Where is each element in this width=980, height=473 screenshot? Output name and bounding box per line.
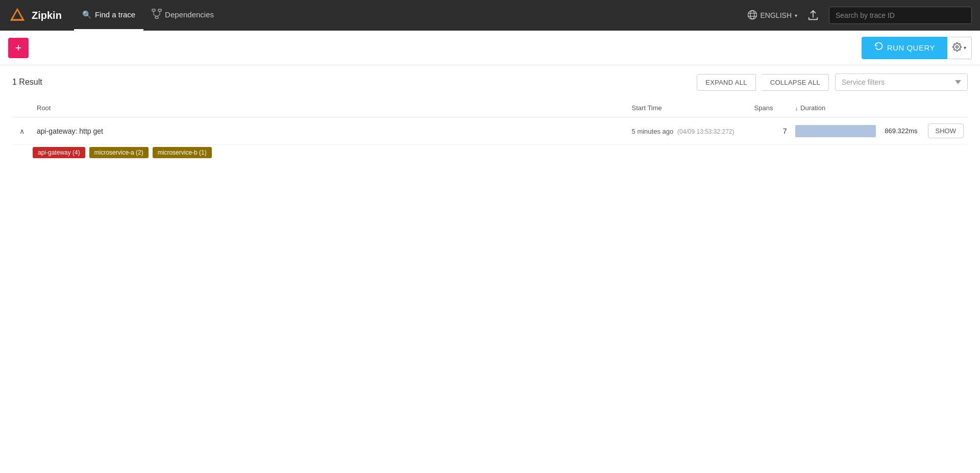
row-action: SHOW bbox=[924, 117, 968, 145]
tags-container: api-gateway (4)microservice-a (2)microse… bbox=[33, 147, 964, 158]
trace-table: Root Start Time Spans ↓ Duration ∧ api-g… bbox=[12, 99, 968, 164]
navbar: Zipkin 🔍 Find a trace Dependencies bbox=[0, 0, 980, 31]
upload-button[interactable] bbox=[805, 8, 821, 23]
duration-bar: 869.322ms bbox=[795, 125, 920, 137]
upload-icon bbox=[807, 10, 819, 21]
show-button[interactable]: SHOW bbox=[928, 123, 964, 138]
row-spans: 7 bbox=[750, 117, 791, 145]
service-tag-badge[interactable]: microservice-a (2) bbox=[89, 147, 149, 158]
language-label: ENGLISH bbox=[761, 11, 792, 19]
th-toggle bbox=[12, 99, 33, 117]
collapse-all-button[interactable]: COLLAPSE ALL bbox=[762, 74, 829, 91]
row-root: api-gateway: http get bbox=[33, 117, 628, 145]
chevron-down-icon: ▾ bbox=[795, 13, 797, 18]
nav-dependencies[interactable]: Dependencies bbox=[143, 0, 222, 31]
language-icon bbox=[747, 10, 757, 21]
trace-id-search-input[interactable] bbox=[829, 7, 972, 24]
brand-logo[interactable]: Zipkin bbox=[8, 6, 62, 24]
duration-bar-fill bbox=[795, 125, 876, 137]
nav-find-trace[interactable]: 🔍 Find a trace bbox=[74, 0, 143, 31]
search-icon: 🔍 bbox=[82, 10, 92, 19]
service-filter-select[interactable]: Service filters bbox=[835, 73, 968, 91]
gear-icon bbox=[952, 42, 962, 53]
svg-rect-3 bbox=[158, 9, 161, 11]
run-query-button[interactable]: RUN QUERY bbox=[862, 37, 947, 59]
add-filter-button[interactable]: + bbox=[8, 38, 29, 58]
svg-point-13 bbox=[956, 46, 959, 48]
navbar-right: ENGLISH ▾ bbox=[747, 7, 972, 24]
table-row: ∧ api-gateway: http get 5 minutes ago (0… bbox=[12, 117, 968, 145]
th-duration: ↓ Duration bbox=[791, 99, 924, 117]
run-query-label: RUN QUERY bbox=[887, 43, 935, 52]
tags-row: api-gateway (4)microservice-a (2)microse… bbox=[12, 145, 968, 165]
th-root: Root bbox=[33, 99, 628, 117]
service-tag-badge[interactable]: microservice-b (1) bbox=[153, 147, 212, 158]
expand-all-button[interactable]: EXPAND ALL bbox=[697, 74, 756, 91]
language-selector[interactable]: ENGLISH ▾ bbox=[747, 10, 797, 21]
sort-down-icon: ↓ bbox=[795, 104, 799, 112]
row-toggle-button[interactable]: ∧ bbox=[16, 126, 28, 136]
svg-point-10 bbox=[750, 10, 754, 19]
duration-value: 869.322ms bbox=[885, 127, 919, 135]
results-count: 1 Result bbox=[12, 78, 691, 87]
run-query-group: RUN QUERY ▾ bbox=[862, 37, 972, 59]
row-start-time: 5 minutes ago (04/09 13:53:32:272) bbox=[628, 117, 750, 145]
dependencies-icon bbox=[152, 9, 162, 20]
th-spans: Spans bbox=[750, 99, 791, 117]
refresh-icon bbox=[874, 42, 883, 53]
toolbar: + RUN QUERY ▾ bbox=[0, 31, 980, 65]
plus-icon: + bbox=[15, 41, 22, 55]
results-header: 1 Result EXPAND ALL COLLAPSE ALL Service… bbox=[12, 73, 968, 91]
th-action bbox=[924, 99, 968, 117]
svg-rect-2 bbox=[152, 9, 155, 11]
app-name: Zipkin bbox=[32, 10, 62, 21]
row-toggle-cell: ∧ bbox=[12, 117, 33, 145]
svg-rect-4 bbox=[155, 16, 158, 18]
tags-cell: api-gateway (4)microservice-a (2)microse… bbox=[12, 145, 968, 165]
results-area: 1 Result EXPAND ALL COLLAPSE ALL Service… bbox=[0, 65, 980, 473]
row-duration-cell: 869.322ms bbox=[791, 117, 924, 145]
nav-links: 🔍 Find a trace Dependencies bbox=[74, 0, 735, 31]
settings-button[interactable]: ▾ bbox=[947, 37, 972, 59]
service-tag-badge[interactable]: api-gateway (4) bbox=[33, 147, 85, 158]
chevron-down-icon: ▾ bbox=[964, 45, 966, 51]
zipkin-logo-icon bbox=[8, 6, 27, 24]
th-start-time: Start Time bbox=[628, 99, 750, 117]
svg-point-9 bbox=[748, 10, 756, 19]
